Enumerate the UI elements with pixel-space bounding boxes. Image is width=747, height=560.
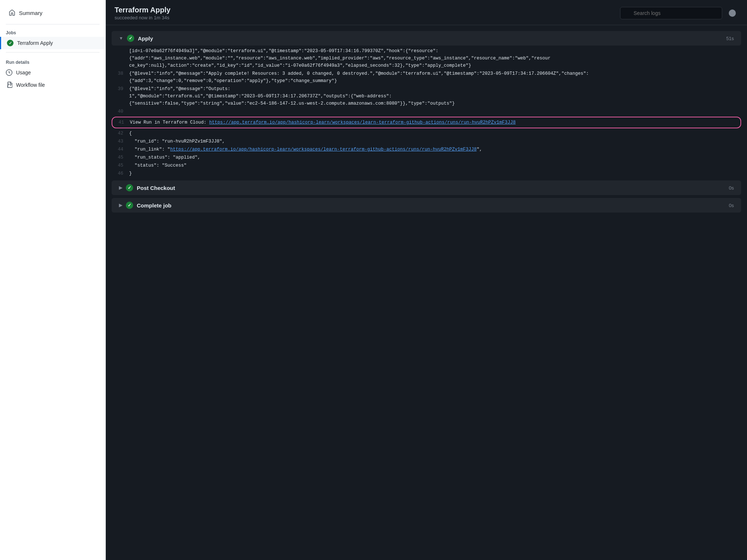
line-content-41: View Run in Terraform Cloud: https://app… (130, 119, 738, 126)
run-details-label: Run details (0, 55, 105, 66)
line-number (112, 47, 129, 69)
line-number: 45 (112, 162, 129, 169)
apply-duration: 51s (726, 36, 734, 41)
apply-section-header[interactable]: ▼ Apply 51s (112, 31, 741, 46)
line-number: 39 (112, 85, 129, 107)
post-checkout-header-left: ▶ Post Checkout (119, 184, 175, 191)
log-line: 39 {"@level":"info","@message":"Outputs:… (112, 85, 741, 108)
line-number: 46 (112, 170, 129, 177)
sidebar-workflow-file[interactable]: Workflow file (0, 79, 105, 91)
header-right (620, 7, 738, 19)
line-number: 45 (112, 154, 129, 161)
line-number: 40 (112, 108, 129, 115)
log-line: 40 (112, 108, 741, 116)
terraform-cloud-link[interactable]: https://app.terraform.io/app/hashicorp-l… (209, 120, 516, 125)
apply-section: ▼ Apply 51s [id=i-07e0a62f76f4949a3]","@… (106, 31, 747, 178)
line-number: 43 (112, 138, 129, 145)
jobs-section-label: Jobs (0, 27, 105, 37)
chevron-down-icon: ▼ (119, 36, 123, 41)
complete-job-label: Complete job (137, 202, 171, 209)
post-checkout-success-icon (126, 184, 133, 191)
line-content: "run_id": "run-hvuR2hPZv1mF3JJ8", (129, 138, 741, 145)
settings-button[interactable] (727, 7, 738, 19)
main-header: Terraform Apply succeeded now in 1m 34s (106, 0, 747, 25)
line-content: {"@level":"info","@message":"Apply compl… (129, 70, 741, 85)
header-left: Terraform Apply succeeded now in 1m 34s (115, 6, 170, 20)
log-line: 44 "run_link": "https://app.terraform.io… (112, 145, 741, 153)
line-content (129, 108, 741, 115)
line-content: "run_status": "applied", (129, 154, 741, 161)
summary-label: Summary (19, 10, 42, 16)
log-line: 38 {"@level":"info","@message":"Apply co… (112, 70, 741, 85)
complete-job-duration: 0s (729, 203, 734, 208)
search-wrapper (620, 7, 722, 19)
chevron-right-icon-2: ▶ (119, 203, 122, 208)
log-area: ▼ Apply 51s [id=i-07e0a62f76f4949a3]","@… (106, 25, 747, 560)
job-subtitle: succeeded now in 1m 34s (115, 15, 170, 20)
run-link-44[interactable]: https://app.terraform.io/app/hashicorp-l… (170, 147, 477, 152)
post-checkout-label: Post Checkout (137, 185, 175, 191)
complete-job-success-icon (126, 202, 133, 209)
post-checkout-section: ▶ Post Checkout 0s (106, 180, 747, 195)
log-line: 43 "run_id": "run-hvuR2hPZv1mF3JJ8", (112, 137, 741, 145)
complete-job-header-left: ▶ Complete job (119, 202, 171, 209)
line-content: {"@level":"info","@message":"Outputs:1",… (129, 85, 741, 107)
sidebar: Summary Jobs Terraform Apply Run details… (0, 0, 106, 560)
sidebar-divider (6, 24, 100, 24)
file-code-icon (6, 82, 12, 88)
line-content: [id=i-07e0a62f76f4949a3]","@module":"ter… (129, 47, 741, 69)
line-content: "status": "Success" (129, 162, 741, 169)
complete-job-header[interactable]: ▶ Complete job 0s (112, 198, 741, 213)
sidebar-job-terraform-apply[interactable]: Terraform Apply (0, 37, 105, 49)
job-title: Terraform Apply (115, 6, 170, 14)
log-line-41-wrapper: 41 View Run in Terraform Cloud: https://… (112, 116, 741, 129)
log-line: 42 { (112, 129, 741, 137)
workflow-file-label: Workflow file (16, 82, 45, 88)
clock-icon (6, 69, 12, 76)
line-content: } (129, 170, 741, 177)
job-label: Terraform Apply (17, 40, 53, 46)
apply-log-content: [id=i-07e0a62f76f4949a3]","@module":"ter… (106, 47, 747, 178)
usage-label: Usage (16, 70, 31, 75)
line-number-41: 41 (112, 119, 130, 126)
log-line: 46 } (112, 170, 741, 178)
line-number: 38 (112, 70, 129, 85)
apply-header-left: ▼ Apply (119, 35, 153, 42)
log-line: [id=i-07e0a62f76f4949a3]","@module":"ter… (112, 47, 741, 70)
home-icon (9, 9, 15, 16)
sidebar-divider-2 (6, 52, 100, 52)
apply-success-icon (127, 35, 134, 42)
line-number: 44 (112, 146, 129, 153)
apply-label: Apply (138, 35, 153, 42)
search-logs-input[interactable] (620, 7, 722, 19)
chevron-right-icon: ▶ (119, 185, 122, 190)
job-success-icon (7, 40, 13, 46)
sidebar-usage[interactable]: Usage (0, 66, 105, 79)
post-checkout-header[interactable]: ▶ Post Checkout 0s (112, 180, 741, 195)
post-checkout-duration: 0s (729, 185, 734, 191)
log-line: 45 "status": "Success" (112, 162, 741, 170)
line-number: 42 (112, 130, 129, 137)
gear-icon (729, 9, 736, 17)
sidebar-summary[interactable]: Summary (3, 6, 102, 20)
log-line: 45 "run_status": "applied", (112, 153, 741, 162)
main-content: Terraform Apply succeeded now in 1m 34s (106, 0, 747, 560)
highlight-oval: 41 View Run in Terraform Cloud: https://… (112, 117, 741, 128)
line-content: { (129, 130, 741, 137)
line-content: "run_link": "https://app.terraform.io/ap… (129, 146, 741, 153)
complete-job-section: ▶ Complete job 0s (106, 198, 747, 213)
